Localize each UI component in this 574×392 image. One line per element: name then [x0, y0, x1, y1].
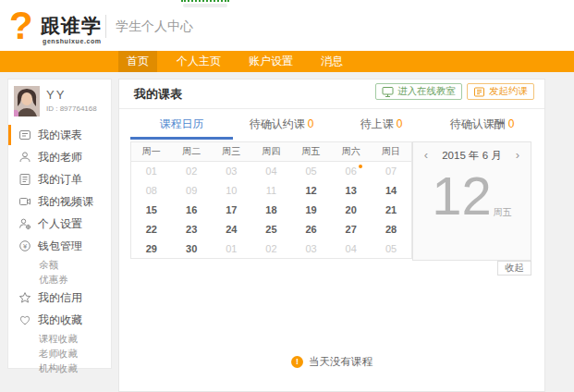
calendar-day[interactable]: 03 — [291, 239, 331, 259]
nav-item-home[interactable]: 首页 — [118, 51, 157, 72]
calendar-day[interactable]: 09 — [172, 181, 212, 201]
top-dotted-artifact — [181, 0, 229, 2]
tab-label: 待确认约课 — [250, 117, 305, 130]
calendar-day[interactable]: 01 — [131, 162, 172, 181]
sidebar-item-my-orders[interactable]: 我的订单 — [8, 168, 111, 190]
calendar-day[interactable]: 06 — [331, 162, 371, 181]
sidebar-item-label: 我的视频课 — [38, 194, 93, 210]
sidebar-menu: 我的课表我的老师我的订单我的视频课个人设置¥钱包管理余额优惠券我的信用我的收藏课… — [8, 124, 111, 375]
sidebar-item-my-teachers[interactable]: 我的老师 — [8, 146, 111, 168]
calendar-day[interactable]: 26 — [291, 220, 331, 239]
calendar-day[interactable]: 17 — [212, 201, 251, 220]
calendar-day[interactable]: 15 — [131, 201, 172, 220]
calendar-day[interactable]: 11 — [251, 181, 291, 201]
warning-icon: ! — [291, 356, 303, 368]
calendar-day[interactable]: 07 — [371, 162, 411, 181]
user-name: YY — [46, 88, 66, 102]
sidebar: YY ID : 897764168 我的课表我的老师我的订单我的视频课个人设置¥… — [7, 79, 112, 369]
weekday-header: 周三 — [212, 142, 251, 162]
calendar-weekday-header: 周一周二周三周四周五周六周日 — [131, 142, 412, 162]
calendar-day[interactable]: 19 — [291, 201, 331, 220]
sidebar-item-my-video-courses[interactable]: 我的视频课 — [8, 190, 111, 213]
tab-count: 0 — [308, 117, 314, 130]
calendar-day[interactable]: 13 — [331, 181, 371, 201]
calendar-day[interactable]: 02 — [172, 162, 212, 181]
sidebar-subitem-coupons[interactable]: 优惠券 — [8, 272, 111, 287]
calendar-day[interactable]: 03 — [212, 162, 251, 181]
calendar-day[interactable]: 23 — [172, 220, 212, 239]
nav-item-profile[interactable]: 个人主页 — [168, 51, 229, 72]
calendar-day[interactable]: 30 — [172, 239, 212, 259]
empty-message: 当天没有课程 — [309, 355, 372, 369]
calendar-day[interactable]: 12 — [291, 181, 331, 201]
calendar-day[interactable]: 25 — [251, 220, 291, 239]
orders-icon — [18, 173, 31, 186]
calendar-day[interactable]: 02 — [251, 239, 291, 259]
sidebar-subitem-balance[interactable]: 余额 — [8, 257, 111, 272]
sidebar-item-label: 我的老师 — [38, 150, 82, 165]
calendar-icon — [18, 129, 31, 141]
calendar-day[interactable]: 29 — [131, 239, 172, 259]
user-id: ID : 897764168 — [46, 104, 97, 113]
nav-item-messages[interactable]: 消息 — [312, 51, 351, 72]
tab-label: 课程日历 — [160, 117, 204, 130]
calendar-day[interactable]: 22 — [131, 220, 172, 239]
tab-upcoming-classes[interactable]: 待上课0 — [330, 109, 433, 140]
calendar-day[interactable]: 27 — [331, 220, 371, 239]
calendar-day[interactable]: 05 — [291, 162, 331, 181]
tab-pending-confirm-booking[interactable]: 待确认约课0 — [233, 109, 330, 140]
logo-brand-text[interactable]: 跟谁学 — [41, 13, 102, 39]
settings-icon — [18, 217, 31, 230]
sidebar-item-label: 我的课表 — [38, 128, 82, 143]
calendar-day[interactable]: 21 — [371, 201, 411, 220]
weekday-header: 周一 — [131, 142, 172, 162]
tab-course-calendar[interactable]: 课程日历 — [130, 109, 233, 140]
logo-domain-text: genshuixue.com — [43, 38, 102, 44]
enter-online-classroom-button[interactable]: 进入在线教室 — [375, 83, 462, 100]
calendar-body: 0102030405060708091011121314151617181920… — [131, 162, 412, 259]
sidebar-item-label: 个人设置 — [38, 216, 82, 232]
sidebar-item-my-schedule[interactable]: 我的课表 — [8, 124, 111, 146]
calendar-day[interactable]: 01 — [212, 239, 251, 259]
collapse-button[interactable]: 收起 — [497, 261, 531, 276]
booking-icon — [473, 86, 485, 98]
sidebar-item-label: 我的信用 — [38, 290, 82, 306]
sidebar-item-personal-settings[interactable]: 个人设置 — [8, 213, 111, 235]
tab-count: 0 — [397, 117, 403, 130]
sidebar-item-label: 钱包管理 — [38, 239, 82, 254]
navbar-items: 首页个人主页账户设置消息 — [118, 51, 362, 72]
avatar — [14, 86, 40, 116]
nav-item-account-settings[interactable]: 账户设置 — [240, 51, 301, 72]
sidebar-item-label: 我的收藏 — [38, 312, 82, 328]
tabs: 课程日历待确认约课0待上课0待确认课酬0 — [130, 109, 531, 140]
calendar-day[interactable]: 28 — [371, 220, 411, 239]
calendar-day[interactable]: 16 — [172, 201, 212, 220]
calendar-day[interactable]: 20 — [331, 201, 371, 220]
initiate-booking-label: 发起约课 — [489, 85, 528, 98]
calendar-day[interactable]: 14 — [371, 181, 411, 201]
calendar-day[interactable]: 18 — [251, 201, 291, 220]
calendar-table: 周一周二周三周四周五周六周日 0102030405060708091011121… — [130, 141, 412, 259]
calendar-day[interactable]: 04 — [331, 239, 371, 259]
sidebar-subitem-org-favorites[interactable]: 机构收藏 — [8, 361, 111, 375]
calendar-day[interactable]: 08 — [131, 181, 172, 201]
sidebar-item-label: 我的订单 — [38, 172, 82, 188]
course-dot-icon — [359, 165, 362, 168]
sidebar-item-my-credit[interactable]: 我的信用 — [8, 287, 111, 309]
calendar-day[interactable]: 24 — [212, 220, 251, 239]
sidebar-item-wallet[interactable]: ¥钱包管理 — [8, 235, 111, 257]
sidebar-subitem-teacher-favorites[interactable]: 老师收藏 — [8, 346, 111, 361]
main-header: 我的课表 进入在线教室 — [119, 80, 544, 109]
calendar-day[interactable]: 04 — [251, 162, 291, 181]
sidebar-item-my-favorites[interactable]: 我的收藏 — [8, 309, 111, 331]
tab-pending-confirm-pay[interactable]: 待确认课酬0 — [433, 109, 531, 140]
calendar-day[interactable]: 10 — [212, 181, 251, 201]
weekday-header: 周日 — [371, 142, 411, 162]
page-subtitle: 学生个人中心 — [116, 18, 193, 35]
calendar-day[interactable]: 05 — [371, 239, 411, 259]
enter-online-classroom-label: 进入在线教室 — [397, 85, 456, 98]
initiate-booking-button[interactable]: 发起约课 — [467, 83, 534, 100]
sidebar-subitem-course-favorites[interactable]: 课程收藏 — [8, 331, 111, 346]
logo-question-mark-icon[interactable]: ? — [9, 4, 33, 48]
tab-count: 0 — [508, 117, 515, 130]
